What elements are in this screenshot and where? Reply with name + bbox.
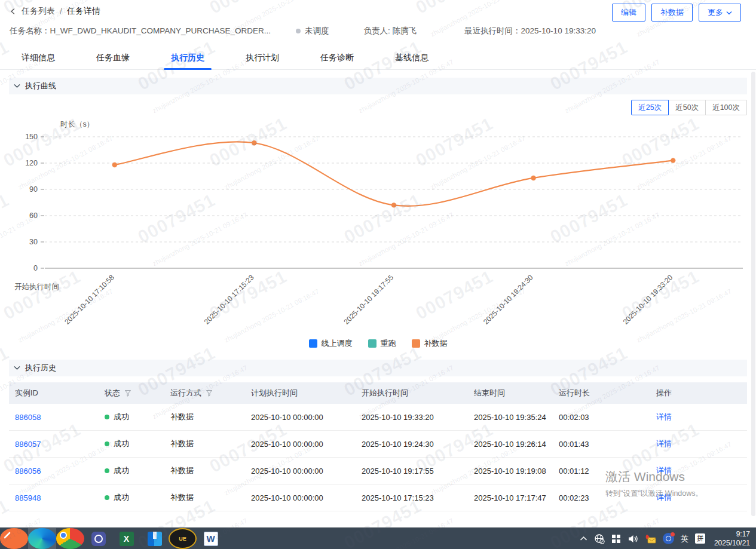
row-planned-time: 2025-10-10 00:00:00 [245,467,356,476]
edge-icon[interactable] [28,528,56,549]
success-dot-icon [105,468,109,473]
status-dot-icon [296,29,301,33]
column-header-end: 结束时间 [468,388,553,398]
mail-icon[interactable] [645,534,656,544]
row-planned-time: 2025-10-10 00:00:00 [245,440,356,449]
row-status: 成功 [99,492,164,503]
curve-section-header[interactable]: 执行曲线 [9,78,747,94]
vertical-scrollbar[interactable] [751,72,755,516]
top-bar: 任务列表 / 任务详情 编辑 补数据 更多 [0,0,756,23]
breadcrumb-task-list[interactable]: 任务列表 [22,6,55,17]
curve-section-title: 执行曲线 [25,81,56,91]
watermark-tile: 00079451zhujianzhong 2025-10-21 09:16:47 [134,27,249,115]
notifier-icon[interactable] [663,533,674,544]
column-header-action: 操作 [650,388,747,398]
no-network-icon[interactable] [594,533,605,544]
svg-text:0: 0 [33,264,38,272]
ime-language-indicator[interactable]: 英 [681,533,688,544]
tab-lineage[interactable]: 任务血缘 [93,48,133,69]
instance-id-link[interactable]: 885948 [15,493,41,502]
ime-pinyin-badge[interactable]: 拼 [695,533,705,544]
back-icon[interactable] [10,8,17,15]
row-duration: 00:01:43 [553,440,650,449]
system-tray: 英 拼 9:17 2025/10/21 [580,528,756,549]
legend-swatch-icon [368,339,377,348]
tray-expand-icon[interactable] [580,536,587,541]
svg-text:2025-10-10 19:17:55: 2025-10-10 19:17:55 [342,273,395,326]
ultraedit-icon[interactable]: UE [169,528,197,549]
range-button-25runs[interactable]: 近25次 [631,100,669,115]
breadcrumb-task-detail: 任务详情 [67,6,100,17]
watermark-tile: 00079451zhujianzhong 2025-10-21 09:16:47 [0,27,42,115]
instance-id-link[interactable]: 886057 [15,440,41,449]
row-run-mode: 补数据 [164,492,245,503]
tab-detail[interactable]: 详细信息 [18,48,59,69]
clock-time: 9:17 [714,530,750,539]
column-header-id: 实例ID [9,388,99,398]
range-button-100runs[interactable]: 近100次 [705,100,747,115]
history-section-header[interactable]: 执行历史 [9,360,747,376]
legend-item-线上调度[interactable]: 线上调度 [309,338,353,349]
edit-button[interactable]: 编辑 [612,4,645,22]
tab-bar: 详细信息任务血缘执行历史执行计划任务诊断基线信息 [0,48,756,70]
success-dot-icon [105,441,109,446]
y-axis-title: 时长（s） [60,119,94,130]
row-start-time: 2025-10-10 19:33:20 [356,413,468,422]
filter-funnel-icon[interactable] [124,389,131,397]
row-planned-time: 2025-10-10 00:00:00 [245,493,356,502]
success-dot-icon [105,415,109,419]
chart-canvas: 03060901201502025-10-10 17:10:582025-10-… [9,118,747,352]
svg-text:30: 30 [29,238,38,246]
pen-icon[interactable] [0,528,28,549]
range-button-50runs[interactable]: 近50次 [668,100,706,115]
row-status: 成功 [99,412,164,422]
legend-item-补数据[interactable]: 补数据 [412,338,448,349]
chat-app-icon[interactable] [84,528,112,549]
detail-link[interactable]: 详情 [656,412,672,422]
detail-link[interactable]: 详情 [656,492,672,503]
tab-history[interactable]: 执行历史 [167,48,208,69]
detail-link[interactable]: 详情 [656,438,672,449]
legend-item-重跑[interactable]: 重跑 [368,338,396,349]
status-text: 未调度 [305,26,329,36]
chevron-down-icon [726,11,732,15]
svg-text:2025-10-10 19:24:30: 2025-10-10 19:24:30 [482,273,535,326]
column-header-planned: 计划执行时间 [245,388,356,398]
column-header-duration: 运行时长 [553,388,650,398]
h-app-icon[interactable] [140,528,169,549]
svg-text:2025-10-10 17:10:58: 2025-10-10 17:10:58 [63,273,116,326]
execution-curve-chart: 03060901201502025-10-10 17:10:582025-10-… [9,118,747,352]
tab-baseline[interactable]: 基线信息 [391,48,432,69]
task-name: 任务名称：H_WF_DWD_HKAUDIT_COMPANY_PURCHASE_O… [10,26,271,36]
detail-link[interactable]: 详情 [656,465,672,476]
taskbar-clock[interactable]: 9:17 2025/10/21 [714,530,750,548]
excel-icon[interactable]: X [112,528,140,549]
task-owner: 负责人: 陈腾飞 [364,26,417,36]
row-duration: 00:02:03 [553,413,650,422]
svg-text:2025-10-10 17:15:23: 2025-10-10 17:15:23 [203,273,256,326]
chrome-icon[interactable] [56,528,84,549]
filter-funnel-icon[interactable] [206,389,213,397]
row-planned-time: 2025-10-10 00:00:00 [245,413,356,422]
row-end-time: 2025-10-10 19:35:24 [468,413,553,422]
row-status: 成功 [99,465,164,476]
tab-diagnose[interactable]: 任务诊断 [317,48,357,69]
more-button[interactable]: 更多 [699,4,741,22]
instance-id-link[interactable]: 886058 [15,413,41,422]
tab-plan[interactable]: 执行计划 [242,48,283,69]
collapse-chevron-icon[interactable] [14,366,20,370]
speaker-icon[interactable] [628,534,638,544]
collapse-chevron-icon[interactable] [14,84,20,88]
table-row: 886056成功补数据2025-10-10 00:00:002025-10-10… [9,458,747,484]
backfill-button[interactable]: 补数据 [651,4,693,22]
breadcrumb: 任务列表 / 任务详情 [10,6,100,17]
row-run-mode: 补数据 [164,412,245,422]
word-icon[interactable]: W [197,528,225,549]
svg-text:90: 90 [29,185,38,194]
row-start-time: 2025-10-10 19:24:30 [356,440,468,449]
instance-id-link[interactable]: 886056 [15,467,41,476]
grid-icon[interactable] [611,534,621,544]
column-header-status: 状态 [99,388,164,398]
windows-taskbar: X UE W [0,527,756,549]
history-section-title: 执行历史 [25,363,56,373]
